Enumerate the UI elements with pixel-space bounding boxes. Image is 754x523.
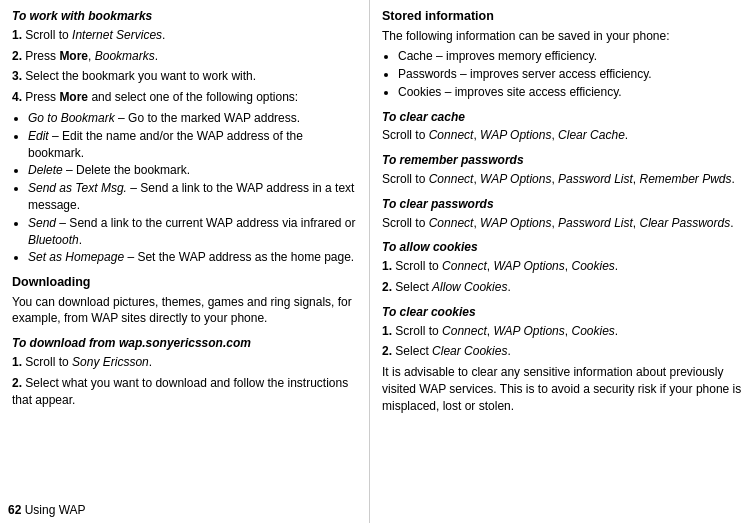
clear-passwords-title: To clear passwords [382,196,742,213]
bookmarks-step4: 4. Press More and select one of the foll… [12,89,357,106]
allow-cookies-title: To allow cookies [382,239,742,256]
download-step1: 1. Scroll to Sony Ericsson. [12,354,357,371]
step1-num: 1. [12,28,22,42]
bookmarks-title: To work with bookmarks [12,8,357,25]
download-step2: 2. Select what you want to download and … [12,375,357,409]
clear-cache-section: To clear cache Scroll to Connect, WAP Op… [382,109,742,145]
stored-title: Stored information [382,8,742,26]
download-wap-title: To download from wap.sonyericsson.com [12,335,357,352]
page-container: To work with bookmarks 1. Scroll to Inte… [0,0,754,523]
remember-text: Scroll to Connect, WAP Options, Password… [382,171,742,188]
downloading-title: Downloading [12,274,357,292]
bookmarks-step2: 2. Press More, Bookmarks. [12,48,357,65]
allow-cookies-section: To allow cookies 1. Scroll to Connect, W… [382,239,742,295]
downloading-section: Downloading You can download pictures, t… [12,274,357,327]
clear-cookies-section: To clear cookies 1. Scroll to Connect, W… [382,304,742,415]
allow-step2: 2. Select Allow Cookies. [382,279,742,296]
clear-cache-text: Scroll to Connect, WAP Options, Clear Ca… [382,127,742,144]
stored-bullet1: Cache – improves memory efficiency. [398,48,742,65]
clear-cookies-title: To clear cookies [382,304,742,321]
bullet-goto: Go to Bookmark – Go to the marked WAP ad… [28,110,357,127]
remember-passwords-section: To remember passwords Scroll to Connect,… [382,152,742,188]
bookmarks-step3: 3. Select the bookmark you want to work … [12,68,357,85]
left-column: To work with bookmarks 1. Scroll to Inte… [0,0,370,523]
clear-pass-text: Scroll to Connect, WAP Options, Password… [382,215,742,232]
downloading-text: You can download pictures, themes, games… [12,294,357,328]
stored-bullet2: Passwords – improves server access effic… [398,66,742,83]
bullet-homepage: Set as Homepage – Set the WAP address as… [28,249,357,266]
footer: 62 Using WAP [8,503,86,517]
allow-step1: 1. Scroll to Connect, WAP Options, Cooki… [382,258,742,275]
clear-cookie-step1: 1. Scroll to Connect, WAP Options, Cooki… [382,323,742,340]
bullet-edit: Edit – Edit the name and/or the WAP addr… [28,128,357,162]
stored-bullets: Cache – improves memory efficiency. Pass… [398,48,742,100]
bookmarks-bullets: Go to Bookmark – Go to the marked WAP ad… [28,110,357,266]
clear-cache-title: To clear cache [382,109,742,126]
bullet-delete: Delete – Delete the bookmark. [28,162,357,179]
bullet-send: Send – Send a link to the current WAP ad… [28,215,357,249]
bookmarks-step1: 1. Scroll to Internet Services. [12,27,357,44]
remember-passwords-title: To remember passwords [382,152,742,169]
clear-cookie-step2: 2. Select Clear Cookies. [382,343,742,360]
stored-intro: The following information can be saved i… [382,28,742,45]
clear-passwords-section: To clear passwords Scroll to Connect, WA… [382,196,742,232]
download-wap-section: To download from wap.sonyericsson.com 1.… [12,335,357,408]
clear-cookie-note: It is advisable to clear any sensitive i… [382,364,742,414]
right-column: Stored information The following informa… [370,0,754,523]
bullet-sendtext: Send as Text Msg. – Send a link to the W… [28,180,357,214]
stored-bullet3: Cookies – improves site access efficienc… [398,84,742,101]
